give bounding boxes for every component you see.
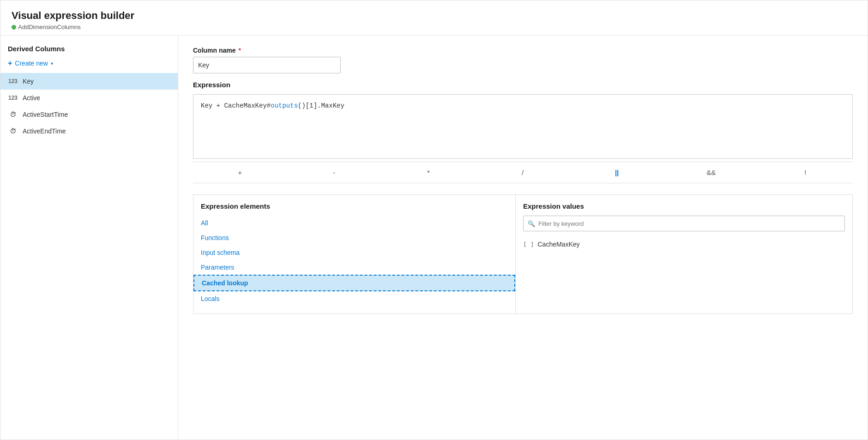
- operator-divide[interactable]: /: [476, 166, 570, 179]
- operator-multiply[interactable]: *: [381, 166, 476, 179]
- clock-icon: ⏱: [8, 127, 18, 135]
- main-content: Column name * Expression Key + CacheMaxK…: [178, 36, 868, 440]
- main-layout: Derived Columns + Create new ▾ 123 Key 1…: [0, 36, 868, 440]
- expr-element-locals[interactable]: Locals: [193, 291, 515, 306]
- bottom-panels: Expression elements All Functions Input …: [193, 194, 853, 314]
- type-icon-number: 123: [8, 78, 18, 84]
- status-dot: [12, 25, 16, 30]
- expression-editor-container: Key + CacheMaxKey#outputs()[1].MaxKey: [193, 94, 853, 159]
- sidebar-item-key[interactable]: 123 Key: [0, 73, 178, 90]
- type-icon-number: 123: [8, 95, 18, 101]
- app-container: Visual expression builder AddDimensionCo…: [0, 0, 868, 440]
- sidebar: Derived Columns + Create new ▾ 123 Key 1…: [0, 36, 178, 440]
- operator-plus[interactable]: +: [193, 166, 287, 179]
- expr-element-input-schema[interactable]: Input schema: [193, 245, 515, 260]
- search-icon: 🔍: [528, 220, 535, 227]
- column-name-input[interactable]: [193, 57, 341, 73]
- create-new-label: Create new: [15, 60, 48, 67]
- create-new-button[interactable]: + Create new ▾: [0, 56, 178, 73]
- sidebar-item-label: ActiveEndTime: [23, 127, 66, 135]
- header: Visual expression builder AddDimensionCo…: [0, 0, 868, 36]
- operator-or[interactable]: ||: [570, 166, 664, 179]
- subtitle-text: AddDimensionColumns: [18, 24, 81, 30]
- sidebar-item-activeendtime[interactable]: ⏱ ActiveEndTime: [0, 123, 178, 139]
- operators-bar: + - * / || && !: [193, 162, 853, 183]
- expression-values-title: Expression values: [523, 202, 845, 216]
- expr-link[interactable]: outputs: [271, 102, 298, 109]
- cache-value-label: CacheMaxKey: [537, 241, 579, 248]
- expr-suffix: ()[1].MaxKey: [298, 102, 344, 109]
- filter-input-container: 🔍: [523, 216, 845, 231]
- expr-element-all[interactable]: All: [193, 216, 515, 230]
- expression-elements-title: Expression elements: [193, 202, 515, 216]
- sidebar-item-active[interactable]: 123 Active: [0, 90, 178, 106]
- required-indicator: *: [237, 47, 241, 54]
- sidebar-item-activestarttime[interactable]: ⏱ ActiveStartTime: [0, 106, 178, 123]
- clock-icon: ⏱: [8, 111, 18, 118]
- operator-and[interactable]: &&: [664, 166, 759, 179]
- expression-label: Expression: [193, 81, 853, 89]
- header-subtitle: AddDimensionColumns: [12, 24, 856, 30]
- page-title: Visual expression builder: [12, 10, 856, 22]
- operator-minus[interactable]: -: [287, 166, 381, 179]
- expr-element-cached-lookup[interactable]: Cached lookup: [193, 275, 515, 291]
- expression-editor[interactable]: Key + CacheMaxKey#outputs()[1].MaxKey: [193, 95, 852, 155]
- sidebar-item-label: ActiveStartTime: [23, 111, 68, 118]
- expression-elements-list: All Functions Input schema Parameters Ca…: [193, 216, 515, 306]
- column-name-group: Column name *: [193, 47, 853, 73]
- sidebar-items-list: 123 Key 123 Active ⏱ ActiveStartTime ⏱ A…: [0, 73, 178, 139]
- plus-icon: +: [8, 59, 12, 67]
- cache-value-item-cachemaxkey[interactable]: [ ] CacheMaxKey: [523, 237, 845, 252]
- expr-element-parameters[interactable]: Parameters: [193, 260, 515, 275]
- sidebar-item-label: Key: [23, 78, 34, 85]
- expr-element-functions[interactable]: Functions: [193, 230, 515, 245]
- expression-values-panel: Expression values 🔍 [ ] CacheMaxKey: [516, 195, 852, 313]
- array-icon: [ ]: [523, 241, 534, 248]
- expression-elements-panel: Expression elements All Functions Input …: [193, 195, 516, 313]
- expression-group: Expression Key + CacheMaxKey#outputs()[1…: [193, 81, 853, 183]
- operator-not[interactable]: !: [759, 166, 853, 179]
- sidebar-item-label: Active: [23, 94, 40, 102]
- column-name-label: Column name *: [193, 47, 853, 54]
- filter-input[interactable]: [523, 216, 845, 231]
- sidebar-section-title: Derived Columns: [0, 45, 178, 56]
- chevron-down-icon: ▾: [51, 61, 53, 66]
- expr-prefix: Key + CacheMaxKey#: [201, 102, 271, 109]
